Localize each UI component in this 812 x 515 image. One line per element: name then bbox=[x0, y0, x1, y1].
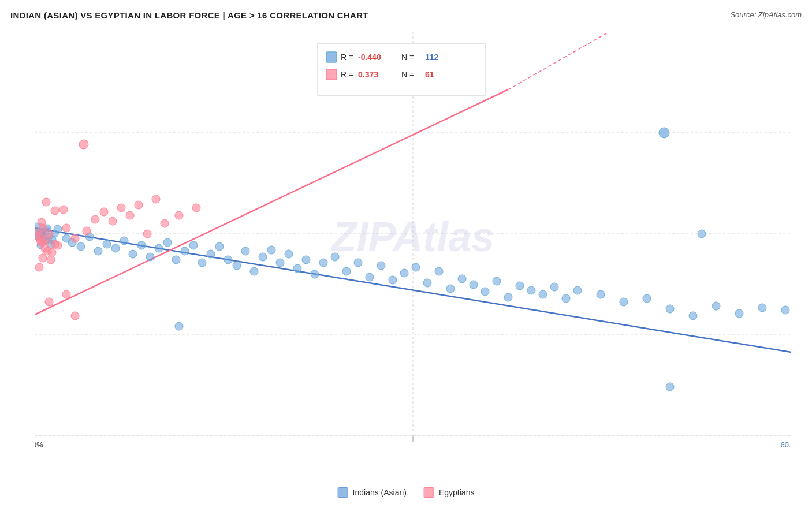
svg-point-69 bbox=[366, 273, 374, 281]
svg-point-128 bbox=[135, 201, 143, 209]
svg-point-59 bbox=[276, 259, 284, 267]
svg-point-53 bbox=[224, 256, 232, 264]
svg-point-82 bbox=[516, 282, 524, 290]
svg-point-36 bbox=[77, 242, 85, 251]
legend-item-egyptians: Egyptians bbox=[424, 487, 474, 498]
svg-point-95 bbox=[758, 304, 766, 312]
chart-container: INDIAN (ASIAN) VS EGYPTIAN IN LABOR FORC… bbox=[0, 0, 812, 515]
svg-point-89 bbox=[620, 298, 628, 306]
svg-point-116 bbox=[42, 198, 50, 206]
svg-text:0.373: 0.373 bbox=[358, 70, 378, 79]
svg-point-132 bbox=[175, 211, 183, 219]
svg-point-93 bbox=[712, 302, 720, 310]
svg-point-107 bbox=[35, 229, 42, 237]
svg-point-68 bbox=[354, 259, 362, 267]
svg-point-131 bbox=[161, 219, 169, 227]
svg-point-62 bbox=[302, 256, 310, 264]
svg-point-43 bbox=[137, 241, 146, 249]
svg-point-94 bbox=[735, 309, 743, 318]
svg-point-45 bbox=[155, 244, 163, 252]
svg-point-133 bbox=[192, 204, 200, 212]
svg-point-50 bbox=[198, 259, 206, 267]
svg-point-75 bbox=[435, 267, 443, 275]
legend-box-indians bbox=[338, 487, 348, 498]
svg-point-113 bbox=[35, 263, 43, 271]
svg-point-125 bbox=[109, 217, 117, 225]
svg-point-71 bbox=[389, 276, 397, 284]
svg-point-123 bbox=[91, 215, 99, 223]
svg-point-114 bbox=[38, 218, 46, 226]
svg-point-135 bbox=[71, 312, 79, 320]
svg-text:60.0%: 60.0% bbox=[781, 441, 791, 449]
svg-point-119 bbox=[79, 140, 88, 149]
svg-point-80 bbox=[493, 277, 501, 285]
svg-point-110 bbox=[48, 248, 56, 256]
svg-text:0.0%: 0.0% bbox=[35, 441, 43, 449]
svg-point-76 bbox=[446, 285, 455, 293]
svg-point-61 bbox=[293, 264, 301, 273]
svg-point-28 bbox=[54, 225, 62, 233]
svg-point-65 bbox=[175, 322, 183, 330]
svg-point-70 bbox=[377, 262, 385, 270]
svg-point-67 bbox=[342, 267, 351, 275]
svg-point-63 bbox=[311, 270, 319, 278]
legend-item-indians: Indians (Asian) bbox=[338, 487, 407, 498]
svg-point-126 bbox=[117, 204, 125, 212]
svg-point-130 bbox=[152, 195, 160, 203]
legend-box-egyptians bbox=[424, 487, 434, 498]
svg-point-115 bbox=[54, 241, 62, 249]
svg-point-97 bbox=[659, 128, 669, 138]
svg-point-78 bbox=[470, 281, 478, 289]
svg-point-86 bbox=[562, 294, 570, 303]
svg-rect-143 bbox=[326, 69, 337, 80]
svg-point-124 bbox=[100, 208, 108, 216]
svg-point-44 bbox=[146, 253, 154, 261]
chart-legend: Indians (Asian) Egyptians bbox=[338, 487, 475, 498]
svg-point-90 bbox=[643, 294, 651, 303]
svg-point-77 bbox=[458, 275, 466, 283]
svg-rect-138 bbox=[326, 52, 337, 62]
svg-point-121 bbox=[71, 234, 79, 242]
svg-point-85 bbox=[550, 283, 558, 291]
svg-point-88 bbox=[597, 290, 605, 298]
svg-point-64 bbox=[319, 259, 327, 267]
svg-point-136 bbox=[45, 298, 53, 306]
source-label: Source: ZipAtlas.com bbox=[730, 10, 802, 19]
svg-text:N =: N = bbox=[401, 70, 414, 79]
chart-title: INDIAN (ASIAN) VS EGYPTIAN IN LABOR FORC… bbox=[10, 10, 368, 20]
svg-point-72 bbox=[400, 269, 408, 277]
legend-label-egyptians: Egyptians bbox=[439, 488, 474, 497]
svg-point-54 bbox=[233, 262, 241, 270]
svg-point-96 bbox=[781, 306, 789, 314]
svg-text:112: 112 bbox=[425, 53, 439, 62]
svg-point-46 bbox=[163, 238, 172, 247]
svg-point-73 bbox=[412, 263, 420, 271]
svg-point-98 bbox=[698, 230, 706, 238]
svg-point-48 bbox=[181, 247, 189, 255]
svg-point-55 bbox=[241, 247, 249, 255]
svg-point-87 bbox=[573, 286, 582, 294]
svg-point-47 bbox=[172, 256, 180, 264]
svg-text:ZIPAtlas: ZIPAtlas bbox=[330, 214, 495, 260]
svg-point-79 bbox=[481, 288, 489, 296]
svg-point-66 bbox=[331, 253, 339, 261]
svg-point-38 bbox=[94, 247, 102, 255]
svg-point-40 bbox=[111, 244, 120, 252]
svg-point-57 bbox=[259, 253, 267, 261]
svg-point-52 bbox=[215, 242, 224, 251]
svg-point-41 bbox=[120, 237, 128, 245]
svg-point-42 bbox=[129, 250, 137, 258]
svg-point-83 bbox=[527, 286, 535, 294]
svg-point-84 bbox=[539, 290, 547, 298]
svg-point-129 bbox=[143, 230, 151, 238]
svg-point-122 bbox=[83, 227, 91, 235]
svg-point-104 bbox=[45, 230, 53, 238]
svg-text:R =: R = bbox=[341, 70, 353, 79]
svg-rect-137 bbox=[318, 43, 485, 95]
svg-point-92 bbox=[689, 312, 697, 320]
svg-point-117 bbox=[51, 207, 59, 215]
svg-point-120 bbox=[62, 224, 70, 232]
svg-point-81 bbox=[504, 293, 512, 301]
svg-point-51 bbox=[207, 250, 215, 258]
svg-point-60 bbox=[285, 250, 293, 258]
